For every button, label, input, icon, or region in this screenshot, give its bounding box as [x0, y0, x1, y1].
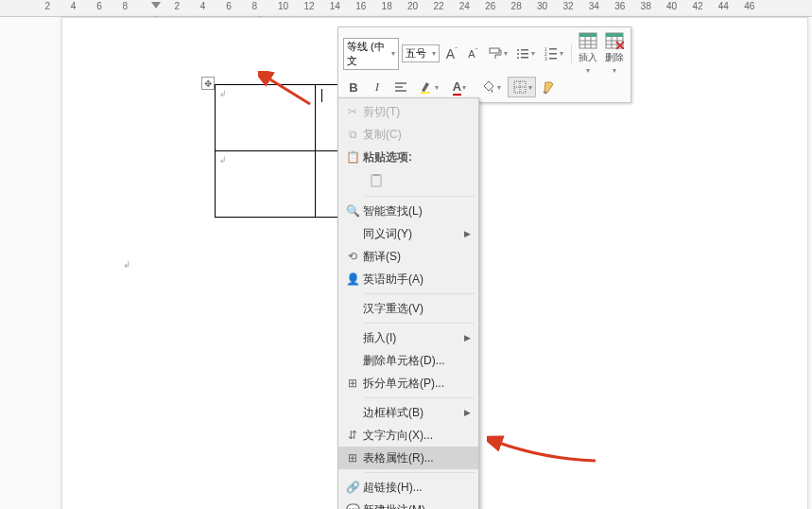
- numbering-button[interactable]: 123▾: [541, 44, 566, 64]
- menu-english-assistant[interactable]: 👤 英语助手(A): [338, 268, 478, 290]
- separator: [365, 397, 475, 398]
- svg-text:3: 3: [544, 56, 547, 61]
- cut-icon: ✂: [342, 105, 363, 118]
- split-cell-icon: ⊞: [342, 377, 363, 390]
- menu-text-direction[interactable]: ⇵ 文字方向(X)...: [338, 424, 478, 447]
- format-painter-button[interactable]: ▾: [485, 44, 510, 64]
- table-insert-button[interactable]: 插入▾: [577, 32, 600, 75]
- menu-delete-cell[interactable]: 删除单元格(D)...: [338, 349, 478, 372]
- table-cell[interactable]: ↲: [216, 151, 316, 218]
- align-button[interactable]: [390, 77, 411, 97]
- insert-label: 插入: [579, 52, 597, 62]
- shrink-font-button[interactable]: Aˇ: [464, 44, 482, 64]
- svg-rect-12: [549, 58, 557, 60]
- submenu-arrow-icon: ▶: [464, 408, 471, 417]
- translate-icon: ⟲: [342, 250, 363, 263]
- table-properties-icon: ⊞: [342, 451, 363, 465]
- search-icon: 🔍: [342, 204, 363, 218]
- bold-button[interactable]: B: [343, 77, 364, 97]
- svg-rect-4: [521, 53, 528, 55]
- assistant-icon: 👤: [342, 272, 363, 286]
- menu-copy[interactable]: ⧉ 复制(C): [338, 123, 478, 146]
- font-size-select[interactable]: 五号▾: [402, 44, 440, 62]
- context-menu: ✂ 剪切(T) ⧉ 复制(C) 📋 粘贴选项: 🔍 智能查找(L) 同义词(Y)…: [337, 97, 479, 509]
- comment-icon: 💬: [342, 503, 363, 509]
- menu-synonyms[interactable]: 同义词(Y) ▶: [338, 222, 478, 245]
- menu-insert[interactable]: 插入(I) ▶: [338, 326, 478, 349]
- separator: [365, 472, 475, 473]
- submenu-arrow-icon: ▶: [464, 333, 471, 342]
- menu-paste-options-header: 📋 粘贴选项:: [338, 146, 478, 168]
- text-cursor: [321, 89, 322, 102]
- svg-rect-30: [421, 92, 430, 94]
- svg-rect-34: [371, 175, 381, 186]
- paragraph-mark: ↲: [123, 259, 130, 270]
- svg-rect-6: [521, 57, 528, 59]
- svg-rect-2: [521, 49, 528, 51]
- svg-rect-0: [490, 48, 499, 53]
- svg-point-3: [517, 53, 519, 55]
- borders-button[interactable]: ▾: [508, 77, 536, 97]
- menu-border-style[interactable]: 边框样式(B) ▶: [338, 401, 478, 424]
- shading-button[interactable]: ▾: [476, 77, 505, 97]
- menu-cut[interactable]: ✂ 剪切(T): [338, 100, 478, 123]
- svg-point-1: [517, 49, 519, 51]
- svg-point-5: [517, 57, 519, 59]
- first-line-indent-marker[interactable]: [151, 2, 161, 9]
- separator: [571, 44, 572, 63]
- svg-rect-8: [549, 48, 557, 50]
- menu-table-properties[interactable]: ⊞ 表格属性(R)...: [338, 447, 478, 469]
- table-move-handle[interactable]: ✥: [201, 77, 215, 90]
- paste-icon: 📋: [342, 150, 363, 164]
- font-color-button[interactable]: A▾: [445, 77, 474, 97]
- copy-icon: ⧉: [342, 128, 363, 141]
- delete-label: 删除: [605, 52, 624, 62]
- highlight-button[interactable]: ▾: [414, 77, 442, 97]
- separator: [365, 323, 475, 324]
- menu-split-cell[interactable]: ⊞ 拆分单元格(P)...: [338, 372, 478, 395]
- font-family-select[interactable]: 等线 (中文▾: [343, 38, 399, 70]
- separator: [365, 196, 475, 197]
- submenu-arrow-icon: ▶: [464, 229, 471, 238]
- text-direction-icon: ⇵: [342, 429, 363, 442]
- paste-option-keep-text[interactable]: [365, 170, 388, 191]
- horizontal-ruler[interactable]: 8642246810121416182022242628303234363840…: [0, 0, 812, 17]
- paste-options-row: [338, 168, 478, 193]
- svg-rect-14: [579, 33, 596, 37]
- table-cell[interactable]: ↲: [216, 85, 316, 151]
- menu-chinese-reselect[interactable]: 汉字重选(V): [338, 297, 478, 320]
- svg-rect-20: [606, 33, 623, 37]
- separator: [365, 293, 475, 294]
- svg-rect-10: [549, 53, 557, 55]
- hyperlink-icon: 🔗: [342, 481, 363, 494]
- grow-font-button[interactable]: Aˆ: [442, 44, 460, 64]
- bullets-button[interactable]: ▾: [513, 44, 539, 64]
- italic-button[interactable]: I: [367, 77, 388, 97]
- menu-smart-lookup[interactable]: 🔍 智能查找(L): [338, 200, 478, 222]
- mini-toolbar: 等线 (中文▾ 五号▾ Aˆ Aˇ ▾ ▾ 123▾ 插入▾ 删除▾ B I ▾: [337, 26, 631, 103]
- menu-hyperlink[interactable]: 🔗 超链接(H)...: [338, 476, 478, 499]
- menu-translate[interactable]: ⟲ 翻译(S): [338, 245, 478, 268]
- menu-new-comment[interactable]: 💬 新建批注(M): [338, 499, 478, 509]
- table-delete-button[interactable]: 删除▾: [602, 32, 626, 75]
- svg-rect-35: [373, 174, 379, 176]
- clear-format-button[interactable]: [539, 77, 560, 97]
